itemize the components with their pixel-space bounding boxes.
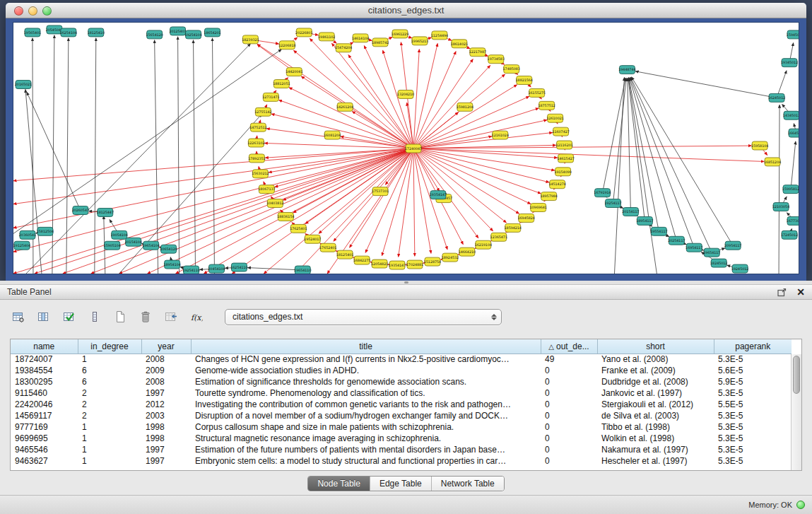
- cell-title[interactable]: Genome-wide association studies in ADHD.: [191, 365, 541, 376]
- cell-short[interactable]: de Silva et al. (2003): [597, 410, 714, 421]
- graph-node[interactable]: 20154117: [622, 208, 639, 216]
- graph-node[interactable]: 17652401: [319, 243, 336, 252]
- graph-node[interactable]: 18924532: [442, 253, 459, 262]
- table-row[interactable]: 911546021997Tourette syndrome. Phenomeno…: [11, 387, 792, 399]
- minimize-button[interactable]: [28, 6, 37, 16]
- graph-node[interactable]: 15812504: [37, 227, 54, 235]
- graph-node[interactable]: 19734583: [488, 55, 505, 64]
- column-header-year[interactable]: year: [141, 339, 191, 354]
- graph-node[interactable]: 19254117: [604, 199, 621, 208]
- cell-year[interactable]: 2009: [141, 365, 191, 376]
- column-header-title[interactable]: title: [191, 339, 541, 354]
- graph-node[interactable]: 16842275: [353, 256, 370, 264]
- cell-short[interactable]: Jankovic et al. (1997): [597, 387, 714, 399]
- graph-node[interactable]: 19054104: [111, 230, 128, 239]
- cell-name[interactable]: 9463627: [11, 455, 78, 467]
- graph-node[interactable]: 18812051: [273, 80, 290, 88]
- graph-node[interactable]: 20360541: [19, 230, 36, 239]
- cell-short[interactable]: Wolkin et al. (1998): [597, 433, 714, 444]
- cell-in_degree[interactable]: 2: [78, 410, 141, 421]
- cell-pagerank[interactable]: 5.3E-5: [714, 455, 792, 467]
- cell-pagerank[interactable]: 5.3E-5: [714, 444, 792, 455]
- graph-node[interactable]: 18594214: [505, 223, 522, 232]
- cell-out_de[interactable]: 0: [541, 421, 597, 433]
- cell-out_de[interactable]: 0: [541, 410, 597, 421]
- graph-node[interactable]: 17892351: [248, 154, 265, 163]
- graph-node[interactable]: 18954104: [163, 260, 180, 269]
- cell-year[interactable]: 2008: [141, 354, 191, 365]
- cell-title[interactable]: Embryonic stem cells: a model to study s…: [191, 455, 541, 467]
- cell-year[interactable]: 1997: [141, 387, 191, 399]
- cell-in_degree[interactable]: 6: [78, 365, 141, 376]
- graph-node[interactable]: 17625401: [290, 224, 307, 233]
- cell-pagerank[interactable]: 5.3E-5: [714, 421, 792, 433]
- panel-resize-grip-icon[interactable]: [404, 281, 408, 284]
- graph-node[interactable]: 19654104: [142, 241, 159, 250]
- cell-year[interactable]: 1998: [141, 433, 191, 444]
- toolbar-select-table-button[interactable]: [61, 308, 78, 325]
- graph-node[interactable]: 19654110: [294, 266, 311, 274]
- cell-title[interactable]: Tourette syndrome. Phenomenology and cla…: [191, 387, 541, 399]
- graph-node[interactable]: 15981204: [457, 103, 473, 111]
- toolbar-import-table-button[interactable]: [163, 308, 180, 325]
- toolbar-show-columns-button[interactable]: [35, 308, 52, 325]
- cell-name[interactable]: 19384554: [11, 365, 78, 376]
- graph-node[interactable]: 18654201: [204, 28, 220, 37]
- cell-short[interactable]: Franke et al. (2009): [597, 365, 714, 376]
- graph-node[interactable]: 19554117: [650, 227, 667, 235]
- cell-out_de[interactable]: 0: [541, 376, 597, 387]
- graph-node[interactable]: 10969641: [530, 204, 547, 212]
- graph-node[interactable]: 12755142: [254, 107, 271, 116]
- table-row[interactable]: 1830029562008Estimation of significance …: [11, 376, 792, 387]
- graph-node[interactable]: 15958104: [751, 141, 768, 150]
- graph-node[interactable]: 16791914: [594, 189, 611, 197]
- graph-node[interactable]: 16155275: [529, 88, 546, 97]
- cell-out_de[interactable]: 0: [541, 455, 597, 467]
- table-scrollbar[interactable]: [791, 354, 801, 470]
- graph-node[interactable]: 19861102: [318, 33, 335, 41]
- graph-node[interactable]: 14345012: [783, 111, 799, 119]
- graph-node[interactable]: 17245012: [781, 230, 798, 239]
- graph-node[interactable]: 19245012: [731, 264, 748, 273]
- column-header-short[interactable]: short: [597, 339, 714, 354]
- cell-pagerank[interactable]: 5.3E-5: [714, 387, 792, 399]
- table-row[interactable]: 946554611997Estimation of the future num…: [11, 444, 792, 455]
- graph-node[interactable]: 19354147: [389, 261, 406, 269]
- graph-node[interactable]: 20954117: [724, 241, 741, 250]
- graph-node[interactable]: 18757512: [538, 101, 555, 110]
- toolbar-function-builder-button[interactable]: f(x): [188, 308, 205, 325]
- tab-node-table[interactable]: Node Table: [308, 477, 370, 491]
- graph-node[interactable]: 19125404: [13, 241, 30, 250]
- cell-in_degree[interactable]: 2: [78, 399, 141, 410]
- cell-year[interactable]: 2012: [141, 399, 191, 410]
- cell-name[interactable]: 18724007: [11, 354, 78, 365]
- cell-short[interactable]: Yano et al. (2008): [597, 354, 714, 365]
- cell-in_degree[interactable]: 6: [78, 376, 141, 387]
- graph-node[interactable]: 16254110: [230, 263, 247, 271]
- toolbar-column-button[interactable]: [86, 308, 103, 325]
- graph-node[interactable]: 11254494: [431, 31, 448, 40]
- cell-out_de[interactable]: 0: [541, 399, 597, 410]
- graph-node[interactable]: 15128754: [424, 257, 441, 266]
- cell-in_degree[interactable]: 1: [78, 433, 141, 444]
- graph-node[interactable]: 18067137: [258, 185, 275, 194]
- graph-node[interactable]: 18125401: [336, 250, 353, 259]
- graph-node[interactable]: 16954117: [686, 243, 702, 252]
- graph-node[interactable]: 11607427: [552, 127, 569, 136]
- graph-node[interactable]: 20165021: [15, 81, 32, 89]
- graph-node[interactable]: 17240047: [405, 144, 422, 153]
- graph-node[interactable]: 17024881: [406, 260, 423, 269]
- graph-node[interactable]: 12217987: [469, 48, 486, 57]
- graph-node[interactable]: 20226801: [295, 28, 312, 37]
- cell-pagerank[interactable]: 5.3E-5: [714, 433, 792, 444]
- table-row[interactable]: 1456911722003Disruption of a novel membe…: [11, 410, 792, 421]
- cell-name[interactable]: 9777169: [11, 421, 78, 433]
- graph-node[interactable]: 18985742: [372, 38, 389, 47]
- graph-node[interactable]: 12263102: [247, 139, 264, 147]
- graph-node[interactable]: 12054821: [371, 259, 388, 268]
- cell-title[interactable]: Estimation of the future numbers of pati…: [191, 444, 541, 455]
- graph-node[interactable]: 20454104: [208, 264, 225, 273]
- cell-in_degree[interactable]: 2: [78, 387, 141, 399]
- graph-node[interactable]: 15474204: [335, 44, 352, 52]
- float-panel-icon[interactable]: [777, 288, 787, 297]
